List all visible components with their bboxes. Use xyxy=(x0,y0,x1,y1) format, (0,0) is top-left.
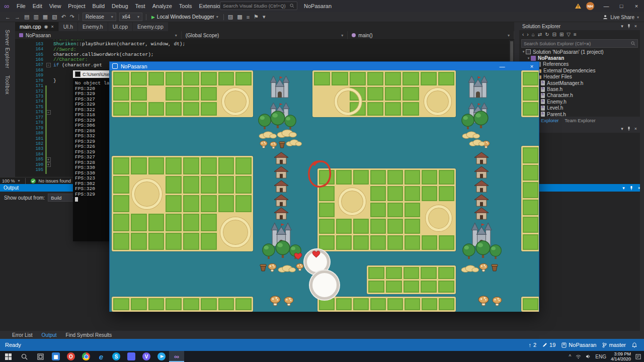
home-icon[interactable]: ⌂ xyxy=(532,32,535,37)
refresh-icon[interactable]: ↻ xyxy=(545,32,549,37)
game-window[interactable]: NoPasaran — × xyxy=(109,61,539,312)
tree-item-solution-nopasaran-1-project-[interactable]: ▾Solution 'NoPasaran' (1 project) xyxy=(519,49,640,55)
tab-pin-icon[interactable]: ◉ xyxy=(44,24,48,29)
pin-icon[interactable] xyxy=(627,24,631,29)
outgoing-commits[interactable]: ↑2 xyxy=(528,342,536,348)
menu-tools[interactable]: Tools xyxy=(176,0,196,12)
bottom-tab-error-list[interactable]: Error List xyxy=(12,332,33,338)
tab-Enemy.h[interactable]: Enemy.h xyxy=(78,22,108,31)
expander-down-icon[interactable]: ▾ xyxy=(526,56,531,60)
scrollbar-thumb[interactable] xyxy=(510,41,513,62)
navbar-scope-dropdown[interactable]: (Global Scope)▾ xyxy=(182,31,348,39)
taskbar-app-telegram[interactable] xyxy=(154,351,169,362)
issues-status[interactable]: No issues found xyxy=(39,178,71,184)
menu-view[interactable]: View xyxy=(46,0,65,12)
taskbar-app-microsoft-store[interactable]: ▦ xyxy=(48,351,63,362)
menu-debug[interactable]: Debug xyxy=(108,0,131,12)
right-scrollbar-strip[interactable] xyxy=(640,22,644,331)
git-branch[interactable]: master xyxy=(602,342,626,348)
menu-build[interactable]: Build xyxy=(89,0,108,12)
wifi-icon[interactable] xyxy=(576,354,581,359)
solution-explorer-search[interactable]: Search Solution Explorer (Ctrl+ж) xyxy=(521,39,638,48)
notification-warning-icon[interactable] xyxy=(575,3,582,9)
zoom-level-dropdown[interactable]: 100 % xyxy=(2,178,15,184)
panel-tab-team-explorer[interactable]: Team Explorer xyxy=(565,118,595,123)
window-position-icon[interactable]: ▾ xyxy=(621,126,623,131)
taskbar-app-opera-browser[interactable]: O xyxy=(63,351,78,362)
new-project-icon[interactable]: ▤ xyxy=(22,14,31,20)
volume-icon[interactable] xyxy=(586,354,591,359)
menu-analyze[interactable]: Analyze xyxy=(149,0,176,12)
game-minimize-button[interactable]: — xyxy=(496,62,508,70)
toolbox-tab[interactable]: Toolbox xyxy=(5,75,10,95)
pending-changes[interactable]: 19 xyxy=(542,342,555,348)
close-icon[interactable]: × xyxy=(634,24,637,29)
game-title-bar[interactable]: NoPasaran — × xyxy=(110,62,539,70)
taskbar-app-discord[interactable] xyxy=(124,351,139,362)
taskbar-app-chrome-browser[interactable] xyxy=(78,351,94,362)
filter-icon[interactable]: ▽ xyxy=(567,32,571,37)
tab-UI.cpp[interactable]: UI.cpp xyxy=(108,22,132,31)
solution-explorer-title-bar[interactable]: Solution Explorer ▾ × xyxy=(519,22,640,30)
taskbar-app-visual-studio[interactable]: ∞ xyxy=(169,351,184,362)
server-explorer-tab[interactable]: Server Explorer xyxy=(5,30,10,68)
game-canvas[interactable] xyxy=(110,70,539,312)
sync-icon[interactable]: ⇄ xyxy=(538,32,542,37)
window-position-icon[interactable]: ▾ xyxy=(622,186,625,191)
show-all-files-icon[interactable]: ⊞ xyxy=(559,32,564,37)
taskbar-app-viber[interactable]: V xyxy=(139,351,154,362)
user-avatar[interactable]: NH xyxy=(586,2,594,10)
forward-icon[interactable]: › xyxy=(527,32,528,37)
tab-Enemy.cpp[interactable]: Enemy.cpp xyxy=(133,22,168,31)
redo-icon[interactable]: ↷ xyxy=(68,14,76,20)
fold-minus-icon[interactable]: − xyxy=(46,63,51,67)
window-position-icon[interactable]: ▾ xyxy=(621,24,623,29)
start-debugging-button[interactable]: ▶ Local Windows Debugger ▾ xyxy=(148,14,221,20)
navbar-member-dropdown[interactable]: main()▾ xyxy=(348,31,514,39)
undo-icon[interactable]: ↶ xyxy=(59,14,68,20)
collapse-all-icon[interactable]: ⊟ xyxy=(552,32,556,37)
repository-name[interactable]: NoPasaran xyxy=(561,342,596,348)
taskbar-search-button[interactable] xyxy=(16,351,32,362)
taskbar-clock[interactable]: 3:09 PM 4/14/2020 xyxy=(611,351,631,361)
navbar-project-dropdown[interactable]: NoPasaran▾ xyxy=(15,31,182,39)
more-icon[interactable]: ▾ xyxy=(261,14,268,20)
menu-edit[interactable]: Edit xyxy=(29,0,46,12)
vs-search-box[interactable]: Search Visual Studio (Ctrl+Q) xyxy=(220,2,297,10)
menu-test[interactable]: Test xyxy=(132,0,149,12)
tray-expand-icon[interactable]: ^ xyxy=(569,354,572,359)
taskbar-app-edge-browser[interactable]: e xyxy=(94,351,109,362)
game-close-button[interactable]: × xyxy=(526,62,538,70)
attach-icon[interactable]: ▨ xyxy=(226,14,235,20)
minimize-button[interactable]: — xyxy=(599,0,614,12)
bell-icon[interactable] xyxy=(632,342,637,348)
profiler-icon[interactable]: ▩ xyxy=(235,14,244,20)
menu-project[interactable]: Project xyxy=(64,0,89,12)
tree-item-nopasaran[interactable]: ▾NoPasaran xyxy=(519,55,640,61)
maximize-button[interactable]: □ xyxy=(614,0,629,12)
close-button[interactable]: × xyxy=(629,0,644,12)
save-all-icon[interactable]: ▧ xyxy=(50,14,59,20)
platform-dropdown[interactable]: x64▾ xyxy=(119,13,142,21)
outline-icon[interactable]: ≡ xyxy=(245,14,252,20)
close-icon[interactable]: × xyxy=(634,126,637,131)
expander-down-icon[interactable]: ▾ xyxy=(521,50,526,54)
tab-main.cpp[interactable]: main.cpp◉× xyxy=(15,22,58,31)
start-button[interactable] xyxy=(0,351,16,362)
properties-icon[interactable]: ≡ xyxy=(574,32,577,37)
taskbar-app-skype[interactable]: S xyxy=(109,351,124,362)
pin-icon[interactable] xyxy=(627,126,631,131)
back-icon[interactable]: ‹ xyxy=(522,32,524,37)
task-view-button[interactable] xyxy=(32,351,48,362)
tab-UI.h[interactable]: UI.h xyxy=(59,22,77,31)
live-share-button[interactable]: Live Share ▾ xyxy=(603,12,639,22)
pin-icon[interactable] xyxy=(629,186,633,191)
bottom-tab-find-symbol-results[interactable]: Find Symbol Results xyxy=(66,332,112,338)
menu-file[interactable]: File xyxy=(13,0,29,12)
action-center-icon[interactable] xyxy=(635,354,641,359)
language-indicator[interactable]: ENG xyxy=(595,354,606,359)
bottom-tab-output[interactable]: Output xyxy=(42,332,57,338)
save-icon[interactable]: ▦ xyxy=(41,14,50,20)
open-file-icon[interactable]: ▥ xyxy=(31,14,40,20)
bookmark-icon[interactable]: ⚑ xyxy=(252,14,261,20)
